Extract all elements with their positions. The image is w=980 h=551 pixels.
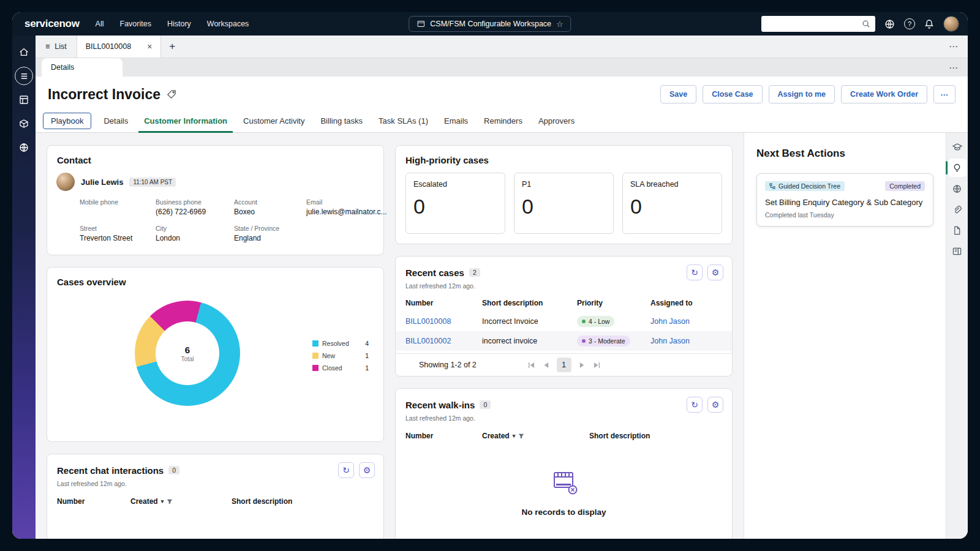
workspace-switcher-button[interactable]: CSM/FSM Configurable Workspace ☆ (409, 16, 571, 32)
tab-emails[interactable]: Emails (436, 110, 476, 132)
kpi-p1[interactable]: P1 0 (514, 173, 614, 234)
servicenow-logo: servicenow (24, 18, 80, 30)
help-icon[interactable]: ? (904, 18, 915, 29)
donut-legend: Resolved 4 New 1 (312, 340, 369, 377)
col-priority[interactable]: Priority (577, 299, 650, 307)
search-icon[interactable] (862, 20, 870, 28)
case-short-description: Incorrect Invoice (482, 317, 577, 326)
assign-to-me-button[interactable]: Assign to me (769, 85, 835, 103)
priority-dot (582, 339, 586, 343)
tab-playbook[interactable]: Playbook (43, 113, 91, 129)
sidebar-item-home[interactable] (15, 43, 33, 61)
table-row[interactable]: BILL0010008 Incorrect Invoice 4 - Low Jo… (396, 312, 732, 331)
kpi-sla-breached[interactable]: SLA breached 0 (622, 173, 722, 234)
col-number[interactable]: Number (405, 299, 482, 307)
assigned-to-link[interactable]: John Jason (650, 337, 722, 345)
rail-item-next-best-actions[interactable] (948, 159, 967, 177)
refresh-icon[interactable]: ↻ (687, 397, 703, 413)
case-number-link[interactable]: BILL0010008 (405, 317, 482, 326)
contact-avatar[interactable] (56, 173, 75, 191)
recent-cases-refreshed-text: Last refreshed 12m ago. (396, 280, 732, 294)
gear-icon[interactable]: ⚙ (707, 397, 723, 413)
col-created[interactable]: Created ▾ (482, 432, 589, 440)
next-best-action-text[interactable]: Set Billing Enquiry Category & Sub Categ… (765, 198, 925, 207)
kpi-escalated[interactable]: Escalated 0 (405, 173, 505, 234)
subtab-more-icon[interactable]: ⋯ (949, 62, 958, 73)
current-page-number[interactable]: 1 (557, 358, 571, 372)
refresh-icon[interactable]: ↻ (338, 462, 354, 478)
grid-table-icon (19, 95, 29, 105)
rail-item-community[interactable] (948, 179, 967, 198)
col-short-description[interactable]: Short description (589, 432, 722, 440)
field-city: City London (156, 225, 230, 242)
sort-caret-icon[interactable]: ▾ (161, 498, 164, 504)
tab-reminders[interactable]: Reminders (476, 110, 530, 132)
col-assigned-to[interactable]: Assigned to (650, 299, 722, 307)
sidebar-item-products[interactable] (15, 114, 33, 133)
rail-item-attachments[interactable] (948, 200, 967, 219)
sidebar-item-dashboard[interactable] (15, 91, 33, 109)
legend-item-new[interactable]: New 1 (312, 352, 369, 359)
favorite-star-icon[interactable]: ☆ (556, 20, 564, 29)
rail-item-details-panel[interactable] (948, 242, 967, 260)
refresh-icon[interactable]: ↻ (687, 264, 703, 280)
save-button[interactable]: Save (660, 85, 696, 103)
close-case-button[interactable]: Close Case (703, 85, 762, 103)
assigned-to-link[interactable]: John Jason (650, 317, 722, 326)
nav-all[interactable]: All (96, 20, 104, 28)
gear-icon[interactable]: ⚙ (707, 264, 723, 280)
global-search[interactable] (761, 16, 875, 32)
col-short-description[interactable]: Short description (232, 497, 374, 506)
nav-favorites[interactable]: Favorites (120, 20, 151, 28)
sidebar-item-community[interactable] (15, 138, 33, 157)
first-page-icon[interactable] (527, 362, 535, 369)
new-tab-button[interactable]: + (161, 36, 183, 58)
legend-item-resolved[interactable]: Resolved 4 (312, 340, 369, 347)
tab-customer-activity[interactable]: Customer Activity (235, 110, 312, 132)
tab-customer-information[interactable]: Customer Information (136, 110, 235, 132)
col-short-description[interactable]: Short description (482, 299, 577, 307)
contact-name[interactable]: Julie Lewis (81, 178, 123, 187)
close-tab-icon[interactable]: × (147, 42, 152, 51)
col-number[interactable]: Number (405, 432, 482, 440)
more-actions-button[interactable]: ⋯ (933, 85, 956, 103)
next-page-icon[interactable] (578, 362, 586, 369)
table-row[interactable]: BILL0010002 incorrect invoice 3 - Modera… (396, 331, 732, 351)
tab-task-slas[interactable]: Task SLAs (1) (371, 110, 436, 132)
tab-approvers[interactable]: Approvers (530, 110, 582, 132)
case-number-link[interactable]: BILL0010002 (405, 337, 482, 345)
priority-dot (582, 320, 586, 323)
sidebar-item-lists[interactable] (15, 67, 33, 85)
top-navigation: All Favorites History Workspaces (96, 20, 249, 28)
col-created[interactable]: Created ▾ (130, 497, 232, 506)
gear-icon[interactable]: ⚙ (359, 462, 375, 478)
document-icon (952, 226, 962, 235)
list-home-tab[interactable]: ≡ List (36, 36, 77, 58)
user-avatar[interactable] (943, 16, 959, 32)
case-short-description: incorrect invoice (482, 337, 577, 345)
nav-workspaces[interactable]: Workspaces (207, 20, 249, 28)
globe-icon[interactable] (884, 19, 895, 29)
details-subtab[interactable]: Details (42, 58, 123, 77)
tags-icon[interactable] (167, 89, 177, 100)
legend-item-closed[interactable]: Closed 1 (312, 364, 369, 372)
tab-details[interactable]: Details (96, 110, 136, 132)
col-number[interactable]: Number (57, 497, 130, 506)
tab-billing-tasks[interactable]: Billing tasks (312, 110, 371, 132)
notifications-bell-icon[interactable] (924, 19, 934, 29)
tab-bar-more-icon[interactable]: ⋯ (939, 36, 968, 58)
rail-item-knowledge[interactable] (948, 138, 967, 156)
create-work-order-button[interactable]: Create Work Order (841, 85, 927, 103)
record-tab[interactable]: BILL0010008 × (77, 36, 162, 58)
priority-badge: 4 - Low (577, 316, 614, 327)
next-best-action-card[interactable]: Guided Decision Tree Completed Set Billi… (756, 173, 933, 227)
sort-caret-icon[interactable]: ▾ (513, 433, 516, 439)
previous-page-icon[interactable] (542, 362, 550, 369)
filter-icon[interactable] (518, 433, 524, 439)
rail-item-documents[interactable] (948, 221, 967, 239)
cases-donut-chart[interactable]: 6 Total (135, 301, 240, 406)
search-input[interactable] (766, 20, 862, 28)
filter-icon[interactable] (167, 498, 173, 504)
last-page-icon[interactable] (593, 362, 601, 369)
nav-history[interactable]: History (167, 20, 191, 28)
